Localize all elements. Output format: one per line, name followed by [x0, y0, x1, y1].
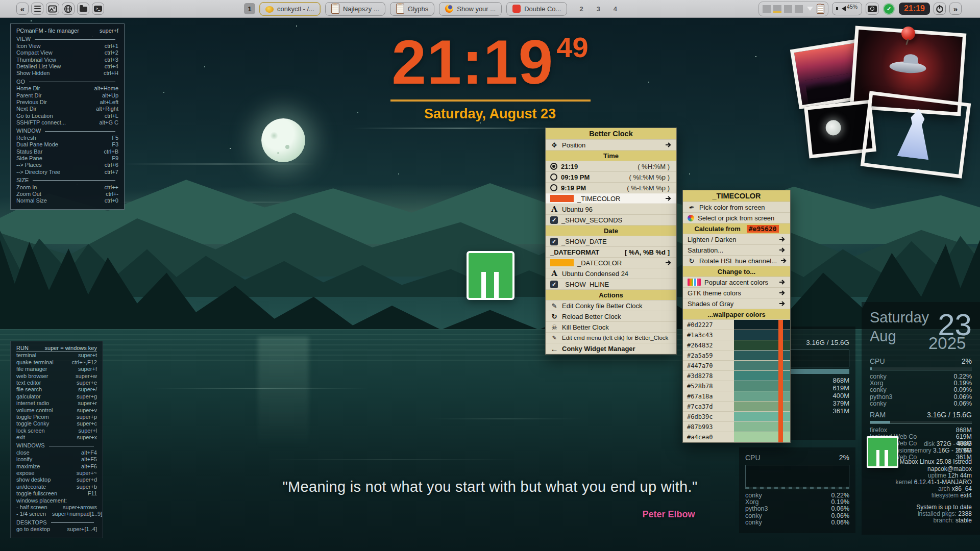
menu-row[interactable]: SIZE	[16, 177, 118, 184]
menu-row[interactable]: Status Bar ctrl+B	[16, 148, 118, 155]
menu-row[interactable]: GTK theme colors	[683, 288, 790, 298]
wallpaper-color-row[interactable]: #1a3c43	[683, 330, 790, 340]
menu-row[interactable]: Edit cmd menu (left clik) for Better_Clo…	[546, 333, 676, 343]
wallpaper-color-row[interactable]: #447a70	[683, 361, 790, 371]
menu-row[interactable]: Kill Better Clock	[546, 322, 676, 333]
menu-row[interactable]: Position	[546, 140, 676, 151]
collapse-left-button[interactable]: «	[16, 3, 29, 15]
menu-row[interactable]: un/decorate super+b	[16, 484, 97, 490]
menu-row[interactable]: Lighten / Darken	[683, 234, 790, 245]
workspace-number[interactable]: 3	[597, 5, 600, 13]
menu-row[interactable]: - 1/4 screen super+numpad[1..9]	[16, 511, 97, 517]
menu-row[interactable]: ✓_SHOW_HLINE	[546, 279, 676, 290]
menu-row[interactable]: --> Directory Tree ctrl+7	[16, 169, 118, 176]
wallpaper-color-row[interactable]: #0d2227	[683, 320, 790, 330]
pager-cell[interactable]	[784, 5, 792, 13]
menu-row[interactable]: Reload Better Clock	[546, 311, 676, 322]
menu-row[interactable]: Zoom Out ctrl+-	[16, 191, 118, 197]
menu-row[interactable]: toggle Conky super+c	[16, 420, 97, 427]
terminal-button[interactable]: >_	[92, 3, 104, 15]
wallpaper-color-row[interactable]: #a4cea0	[683, 432, 790, 442]
menu-row[interactable]: Icon View ctrl+1	[16, 43, 118, 49]
window-button[interactable]: Glyphs	[390, 2, 434, 16]
menu-row[interactable]: Rotate HSL hue channel...	[683, 256, 790, 266]
wallpaper-color-row[interactable]: #264832	[683, 340, 790, 350]
power-button[interactable]	[934, 3, 946, 15]
collapse-right-button[interactable]: »	[949, 3, 962, 15]
menu-row[interactable]: _DATEFORMAT[ %A, %B %d ]	[546, 247, 676, 258]
menu-row[interactable]: - half screen super+arrows	[16, 504, 97, 511]
updates-ok-badge[interactable]: ✓	[883, 3, 895, 15]
menu-row[interactable]: Calculate from#e95620	[683, 223, 790, 234]
menu-row[interactable]: close alt+F4	[16, 449, 97, 456]
menu-row[interactable]: Actions	[546, 290, 676, 300]
menu-row[interactable]: quake-terminal ctrl+~,F12	[16, 359, 97, 366]
menu-row[interactable]: VIEW	[16, 36, 118, 42]
menu-row[interactable]: Conky Widget Manager	[546, 343, 676, 354]
menu-row[interactable]: maximize alt+F6	[16, 463, 97, 470]
menu-row[interactable]: show desktop super+d	[16, 477, 97, 483]
workspace-current[interactable]: 1	[244, 3, 255, 14]
menu-row[interactable]: Refresh F5	[16, 135, 118, 141]
menu-row[interactable]: Go to Location ctrl+L	[16, 113, 118, 119]
menu-row[interactable]: lock screen super+l	[16, 428, 97, 434]
workspace-number[interactable]: 2	[579, 5, 583, 13]
menu-row[interactable]: _TIMECOLOR	[683, 190, 790, 202]
menu-row[interactable]: --> Places ctrl+6	[16, 162, 118, 168]
menu-row[interactable]: Parent Dir alt+Up	[16, 92, 118, 99]
wallpaper-color-row[interactable]: #528b78	[683, 381, 790, 391]
menu-row[interactable]: 21:19( %H:%M )	[546, 161, 676, 172]
menu-row[interactable]: terminal super+t	[16, 352, 97, 359]
window-button[interactable]: conkyctl - /...	[259, 2, 321, 16]
menu-row[interactable]: WINDOWS	[16, 442, 97, 449]
wallpaper-button[interactable]	[46, 3, 59, 15]
workspace-number[interactable]: 4	[614, 5, 617, 13]
menu-row[interactable]: Detailed List View ctrl+4	[16, 63, 118, 70]
menu-row[interactable]: Better Clock	[546, 128, 676, 140]
window-button[interactable]: Show your ...	[439, 2, 502, 16]
window-button[interactable]: Double Co...	[506, 2, 567, 16]
menu-row[interactable]: ✓_SHOW_DATE	[546, 236, 676, 247]
menu-row[interactable]: web browser super+w	[16, 373, 97, 380]
menu-row[interactable]: Show Hidden ctrl+H	[16, 70, 118, 77]
pager-cell[interactable]	[763, 5, 771, 13]
menu-row[interactable]: _TIMECOLOR	[546, 193, 676, 204]
wallpaper-color-row[interactable]: #3d8278	[683, 371, 790, 381]
menu-row[interactable]: windows placement:	[16, 497, 97, 504]
menu-row[interactable]: Pick color from screen	[683, 202, 790, 213]
pager-cell[interactable]	[773, 5, 781, 13]
menu-row[interactable]: Ubuntu 96	[546, 204, 676, 215]
wallpaper-color-row[interactable]: #67a18a	[683, 391, 790, 402]
menu-row[interactable]: Popular accent colors	[683, 277, 790, 288]
desktop-pager[interactable]	[758, 2, 828, 16]
menu-row[interactable]: Time	[546, 151, 676, 161]
pager-cell[interactable]	[795, 5, 803, 13]
menu-row[interactable]: Ubuntu Condensed 24	[546, 268, 676, 279]
wallpaper-color-row[interactable]: #6db39c	[683, 412, 790, 422]
menu-row[interactable]: RUN super = windows key	[16, 345, 97, 352]
menu-row[interactable]: Shades of Gray	[683, 298, 790, 309]
panel-clock[interactable]: 21:19	[899, 3, 930, 15]
menu-row[interactable]: Edit Conky file Better Clock	[546, 300, 676, 311]
menu-row[interactable]: expose super+~	[16, 470, 97, 477]
menu-row[interactable]: _DATECOLOR	[546, 258, 676, 268]
menu-row[interactable]: file search super+/	[16, 386, 97, 393]
menu-row[interactable]: galculator super+g	[16, 393, 97, 400]
wallpaper-color-row[interactable]: #87b993	[683, 422, 790, 432]
menu-row[interactable]: Compact View ctrl+2	[16, 49, 118, 56]
menu-row[interactable]: toggle fullscreen F11	[16, 490, 97, 497]
menu-row[interactable]: ✓_SHOW_SECONDS	[546, 215, 676, 226]
window-button[interactable]: Najlepszy ...	[325, 2, 385, 16]
menu-row[interactable]: GO	[16, 79, 118, 85]
menu-row[interactable]: SSH/FTP connect... alt+G C	[16, 119, 118, 126]
menu-row[interactable]: Date	[546, 226, 676, 236]
menu-row[interactable]: volume control super+v	[16, 407, 97, 414]
menu-row[interactable]: Select or pick from screen	[683, 213, 790, 223]
menu-row[interactable]: Change to...	[683, 266, 790, 277]
menu-row[interactable]: internet radio super+r	[16, 400, 97, 407]
menu-row[interactable]: Dual Pane Mode F3	[16, 141, 118, 148]
file-manager-button[interactable]	[77, 3, 89, 15]
wallpaper-color-row[interactable]: #2a5a59	[683, 350, 790, 361]
menu-row[interactable]: Saturation...	[683, 245, 790, 256]
menu-row[interactable]: Home Dir alt+Home	[16, 85, 118, 92]
